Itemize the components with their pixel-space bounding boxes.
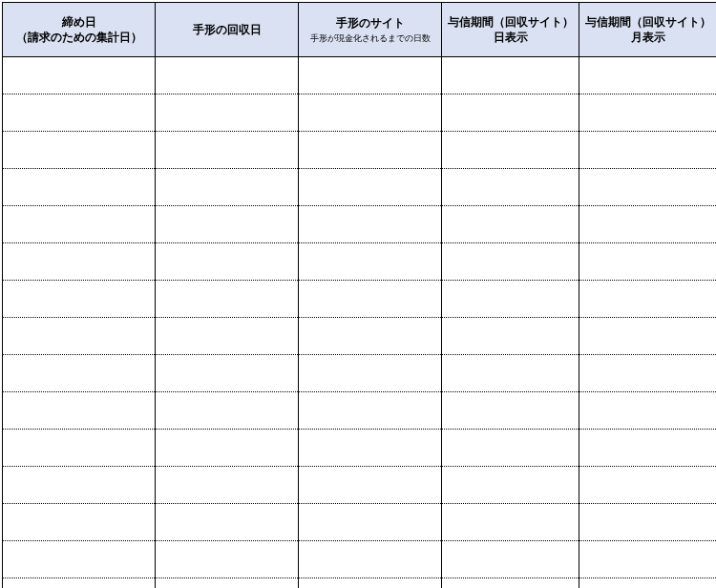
table-row <box>3 281 717 318</box>
table-cell <box>3 318 156 355</box>
table-cell <box>579 578 717 589</box>
table-row <box>3 169 717 206</box>
table-cell <box>299 467 442 504</box>
table-cell <box>442 57 579 94</box>
table-cell <box>442 243 579 281</box>
table-cell <box>442 430 579 467</box>
table-cell <box>299 578 442 589</box>
table-row <box>3 578 717 589</box>
table-row <box>3 94 717 132</box>
table-row <box>3 318 717 355</box>
table-cell <box>579 318 717 355</box>
table-cell <box>156 318 299 355</box>
table-cell <box>156 430 299 467</box>
table-cell <box>299 504 442 541</box>
table-cell <box>3 541 156 578</box>
table-cell <box>442 541 579 578</box>
table-cell <box>299 318 442 355</box>
table-cell <box>156 467 299 504</box>
table-cell <box>156 504 299 541</box>
table-row <box>3 430 717 467</box>
table-cell <box>3 243 156 281</box>
table-cell <box>579 94 717 132</box>
table-cell <box>442 206 579 243</box>
col-header-line: （請求のための集計日） <box>16 31 142 44</box>
table-cell <box>156 94 299 132</box>
table-cell <box>299 392 442 430</box>
col-header-line: 月表示 <box>631 31 665 44</box>
table-header-row: 締め日 （請求のための集計日） 手形の回収日 手形のサイト 手形が現金化されるま… <box>3 3 717 57</box>
table-cell <box>579 169 717 206</box>
col-header-line: 手形の回収日 <box>193 23 262 36</box>
table-row <box>3 57 717 94</box>
table-cell <box>579 392 717 430</box>
table-cell <box>156 392 299 430</box>
table-cell <box>156 132 299 169</box>
col-header-line: 与信期間（回収サイト） <box>585 15 711 29</box>
table-cell <box>442 169 579 206</box>
table-cell <box>3 504 156 541</box>
table-cell <box>156 541 299 578</box>
table-row <box>3 206 717 243</box>
table-cell <box>579 467 717 504</box>
table-cell <box>442 355 579 392</box>
table-cell <box>299 355 442 392</box>
table-row <box>3 467 717 504</box>
table-cell <box>579 206 717 243</box>
table-cell <box>579 355 717 392</box>
col-header-closing-date: 締め日 （請求のための集計日） <box>3 3 156 57</box>
table-cell <box>299 281 442 318</box>
table-cell <box>442 467 579 504</box>
table-cell <box>579 430 717 467</box>
table-cell <box>156 355 299 392</box>
col-header-line: 与信期間（回収サイト） <box>448 15 574 29</box>
table-row <box>3 504 717 541</box>
col-header-subtext: 手形が現金化されるまでの日数 <box>301 32 439 44</box>
table-row <box>3 541 717 578</box>
col-header-bill-site: 手形のサイト 手形が現金化されるまでの日数 <box>299 3 442 57</box>
table-row <box>3 132 717 169</box>
col-header-line: 日表示 <box>494 31 528 44</box>
table-cell <box>156 243 299 281</box>
table-row <box>3 243 717 281</box>
table-cell <box>442 132 579 169</box>
table-cell <box>442 578 579 589</box>
table-cell <box>156 57 299 94</box>
table-cell <box>579 281 717 318</box>
table-row <box>3 392 717 430</box>
table-cell <box>3 430 156 467</box>
table-cell <box>156 169 299 206</box>
col-header-bill-collection-date: 手形の回収日 <box>156 3 299 57</box>
table-cell <box>299 430 442 467</box>
table-cell <box>156 578 299 589</box>
table-cell <box>3 169 156 206</box>
table-cell <box>579 132 717 169</box>
table-cell <box>3 578 156 589</box>
table-cell <box>299 57 442 94</box>
table-cell <box>299 541 442 578</box>
table-cell <box>442 392 579 430</box>
table-cell <box>299 206 442 243</box>
table-cell <box>3 281 156 318</box>
table-cell <box>3 206 156 243</box>
table-cell <box>442 94 579 132</box>
table-cell <box>3 392 156 430</box>
table-cell <box>579 541 717 578</box>
table-cell <box>442 318 579 355</box>
table-cell <box>299 169 442 206</box>
table-cell <box>3 355 156 392</box>
col-header-credit-period-months: 与信期間（回収サイト） 月表示 <box>579 3 717 57</box>
table-cell <box>3 467 156 504</box>
table-cell <box>299 132 442 169</box>
table-cell <box>442 504 579 541</box>
table-cell <box>579 504 717 541</box>
table-cell <box>579 243 717 281</box>
col-header-credit-period-days: 与信期間（回収サイト） 日表示 <box>442 3 579 57</box>
table-cell <box>3 94 156 132</box>
table-cell <box>579 57 717 94</box>
credit-period-table: 締め日 （請求のための集計日） 手形の回収日 手形のサイト 手形が現金化されるま… <box>2 2 716 588</box>
col-header-line: 手形のサイト <box>336 16 405 30</box>
table-cell <box>299 243 442 281</box>
table-cell <box>156 206 299 243</box>
col-header-line: 締め日 <box>62 15 96 29</box>
